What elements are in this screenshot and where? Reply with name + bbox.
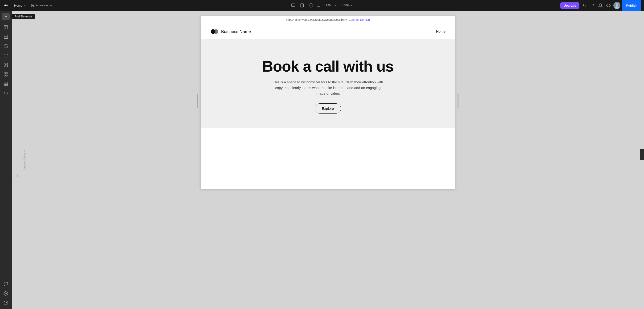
comments-icon	[4, 282, 8, 286]
zoom-label: 100%	[342, 4, 350, 7]
topbar-right: Upgrade	[560, 0, 641, 11]
nav-home-link[interactable]: Home	[436, 29, 446, 33]
svg-rect-2	[291, 4, 295, 6]
sidebar-item-text[interactable]	[2, 51, 10, 60]
svg-rect-29	[4, 75, 6, 76]
business-name: Business Name	[221, 29, 251, 34]
sections-icon	[4, 34, 8, 39]
chevron-left-icon: ‹	[642, 153, 642, 156]
pages-icon	[4, 25, 8, 30]
canvas-outer: https://acne-works.wixstudio.io/wcagacce…	[200, 15, 455, 189]
svg-point-0	[4, 4, 6, 6]
desktop-device-button[interactable]	[290, 2, 296, 8]
left-sidebar: +	[0, 11, 12, 309]
autosave-text: Autosave on	[36, 4, 52, 7]
connect-domain-link[interactable]: Connect Domain	[349, 18, 370, 21]
site-logo: Business Name	[210, 28, 251, 35]
add-icon: +	[5, 14, 7, 19]
code-icon	[4, 91, 8, 96]
viewport-size-label: 1280px	[324, 4, 334, 7]
svg-point-8	[311, 6, 312, 7]
user-avatar[interactable]	[613, 2, 620, 9]
site-url: https://acne-works.wixstudio.io/wcagacce…	[286, 18, 347, 21]
home-label: Home	[14, 4, 22, 7]
url-bar: https://acne-works.wixstudio.io/wcagacce…	[201, 16, 455, 24]
hero-cta-button[interactable]: Explore	[315, 103, 341, 113]
svg-rect-27	[6, 73, 8, 74]
redo-button[interactable]	[589, 2, 596, 8]
preview-button[interactable]	[605, 2, 612, 8]
text-icon	[4, 53, 8, 58]
left-scroll-handle	[197, 94, 198, 108]
svg-point-19	[6, 46, 8, 48]
upgrade-button[interactable]: Upgrade	[560, 2, 580, 9]
svg-rect-17	[4, 37, 8, 39]
svg-point-34	[6, 293, 6, 294]
sidebar-item-pages[interactable]	[2, 23, 10, 31]
hero-title: Book a call with us	[262, 58, 394, 75]
sidebar-item-settings[interactable]	[2, 289, 10, 298]
tablet-device-button[interactable]	[299, 2, 305, 8]
svg-point-9	[608, 5, 609, 6]
data-icon	[4, 81, 8, 86]
sidebar-item-data[interactable]	[2, 80, 10, 88]
undo-button[interactable]	[581, 2, 588, 8]
svg-point-1	[6, 4, 8, 6]
home-button[interactable]: Home ▼	[12, 3, 28, 8]
sidebar-item-media[interactable]	[2, 61, 10, 69]
media-icon	[4, 63, 8, 67]
desktop-label: Desktop (Primary)	[23, 149, 26, 170]
sidebar-bottom	[2, 280, 10, 307]
sidebar-item-comments[interactable]	[2, 280, 10, 288]
main-layout: +	[0, 11, 644, 309]
sidebar-item-elements[interactable]	[2, 42, 10, 50]
svg-point-11	[616, 3, 618, 6]
sidebar-item-sections[interactable]	[2, 32, 10, 41]
svg-rect-28	[6, 75, 8, 76]
add-elements-button[interactable]: +	[2, 13, 10, 20]
apps-icon	[4, 72, 8, 77]
hero-section: Book a call with us This is a space to w…	[201, 39, 455, 128]
right-panel-toggle[interactable]: ‹	[640, 149, 644, 160]
site-nav: Home	[436, 29, 446, 34]
publish-button[interactable]: Publish	[622, 0, 641, 11]
sidebar-item-apps[interactable]	[2, 70, 10, 79]
notifications-button[interactable]	[597, 2, 604, 8]
svg-rect-16	[4, 35, 8, 36]
svg-point-6	[302, 6, 302, 7]
svg-point-25	[5, 64, 6, 65]
sidebar-item-help[interactable]	[2, 299, 10, 307]
sidebar-item-code[interactable]	[2, 89, 10, 97]
help-icon	[4, 301, 8, 305]
more-devices-icon[interactable]: ...	[317, 3, 320, 7]
below-hero-section	[201, 128, 455, 189]
svg-point-35	[4, 301, 8, 305]
topbar: Home ▼ Autosave on	[0, 0, 644, 11]
viewport-size-chevron: ▼	[334, 4, 336, 6]
settings-icon	[4, 291, 8, 296]
zoom-chevron: ▼	[350, 4, 353, 6]
wix-logo[interactable]	[3, 2, 10, 9]
hero-subtitle: This is a space to welcome visitors to t…	[271, 79, 384, 96]
home-chevron-icon: ▼	[24, 4, 26, 7]
right-scroll-handle	[458, 94, 458, 108]
svg-point-18	[4, 44, 6, 46]
svg-rect-26	[4, 73, 6, 74]
canvas-area[interactable]: Desktop (Primary) D https://acne-works.w…	[12, 11, 644, 309]
device-toolbar: ... 1280px ▼ 100% ▼	[290, 2, 354, 8]
svg-point-38	[214, 29, 218, 34]
svg-rect-13	[4, 26, 8, 29]
mobile-device-button[interactable]	[308, 2, 314, 8]
viewport-size-button[interactable]: 1280px ▼	[323, 3, 338, 8]
site-header: Business Name Home	[201, 24, 455, 39]
svg-rect-30	[4, 82, 8, 86]
viewport-indicator: D	[15, 175, 16, 177]
logo-icon	[210, 28, 219, 35]
autosave-indicator: Autosave on	[31, 3, 52, 7]
elements-icon	[4, 44, 8, 48]
site-frame[interactable]: https://acne-works.wixstudio.io/wcagacce…	[200, 15, 455, 189]
zoom-button[interactable]: 100% ▼	[341, 3, 354, 8]
